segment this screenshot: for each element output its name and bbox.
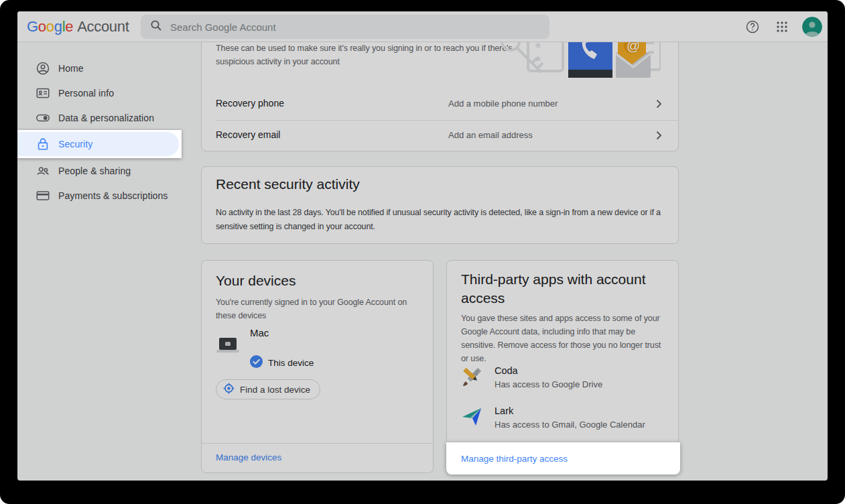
avatar[interactable] — [802, 17, 822, 37]
topbar: Google Account — [17, 11, 828, 42]
recovery-email-label: Recovery email — [216, 129, 280, 140]
recovery-phone-value: Add a mobile phone number — [448, 99, 558, 109]
find-lost-device-button[interactable]: Find a lost device — [216, 379, 320, 399]
find-lost-device-label: Find a lost device — [240, 385, 310, 395]
manage-third-party-access-link[interactable]: Manage third-party access — [461, 454, 568, 464]
search-input[interactable] — [170, 21, 519, 33]
security-lock-icon — [35, 136, 51, 152]
sidebar-item-personal-info[interactable]: Personal info — [17, 80, 201, 105]
this-device-row: This device — [250, 355, 314, 371]
sidebar-item-data-personalization[interactable]: Data & personalization — [17, 105, 201, 130]
recent-security-activity-card: Recent security activity No activity in … — [201, 166, 679, 244]
recovery-phone-label: Recovery phone — [216, 98, 284, 109]
manage-third-party-access-highlight[interactable]: Manage third-party access — [446, 442, 680, 475]
third-party-card-title: Third-party apps with account access — [461, 270, 667, 308]
help-icon[interactable] — [743, 17, 762, 36]
browser-viewport: These can be used to make sure it's real… — [17, 11, 828, 481]
app-access-coda: Has access to Google Drive — [495, 379, 602, 389]
devices-card-description: You're currently signed in to your Googl… — [216, 296, 418, 322]
apps-grid-icon[interactable] — [773, 17, 791, 36]
your-devices-card: Your devices You're currently signed in … — [201, 260, 434, 473]
sidebar-item-home[interactable]: Home — [17, 56, 201, 80]
search-icon — [150, 19, 162, 34]
third-party-card-description: You gave these sites and apps access to … — [461, 312, 666, 365]
app-row-coda: Coda Has access to Google Drive — [461, 365, 602, 389]
sidebar-item-payments-subscriptions[interactable]: Payments & subscriptions — [17, 183, 201, 208]
security-selected-pill: Security — [17, 132, 179, 156]
sidebar-item-people-sharing[interactable]: People & sharing — [17, 158, 201, 183]
recovery-email-row[interactable]: Recovery email Add an email address — [202, 120, 679, 152]
third-party-apps-card: Third-party apps with account access You… — [446, 260, 679, 473]
devices-card-title: Your devices — [216, 271, 296, 290]
device-name: Mac — [250, 327, 269, 338]
app-access-lark: Has access to Gmail, Google Calendar — [495, 420, 645, 430]
payments-icon — [35, 188, 51, 204]
home-icon — [35, 60, 51, 76]
card-footer-divider — [202, 443, 433, 444]
google-logo-text: Google — [27, 18, 73, 36]
recovery-email-value: Add an email address — [448, 130, 533, 140]
this-device-label: This device — [268, 358, 314, 368]
laptop-icon — [216, 336, 239, 358]
svg-text:*: * — [535, 54, 541, 68]
data-personalization-icon — [35, 110, 51, 126]
svg-text:*: * — [535, 40, 541, 55]
coda-app-icon — [461, 365, 484, 388]
app-name-coda: Coda — [495, 365, 602, 376]
account-search-bar[interactable] — [141, 15, 549, 39]
sidebar-item-security[interactable]: Security — [17, 130, 182, 158]
manage-devices-link[interactable]: Manage devices — [216, 452, 281, 462]
check-circle-icon — [250, 355, 263, 371]
chevron-right-icon — [653, 98, 665, 113]
personal-info-icon — [35, 85, 51, 101]
app-row-lark: Lark Has access to Gmail, Google Calenda… — [461, 405, 645, 430]
find-device-target-icon — [223, 383, 235, 396]
recovery-phone-row[interactable]: Recovery phone Add a mobile phone number — [202, 88, 679, 120]
chevron-right-icon — [653, 129, 665, 144]
people-sharing-icon — [35, 163, 51, 179]
account-logo-text: Account — [77, 18, 129, 36]
sidebar-nav: Home Personal info — [17, 42, 201, 208]
app-name-lark: Lark — [495, 405, 645, 416]
screenshot-frame: These can be used to make sure it's real… — [0, 0, 845, 504]
lark-app-icon — [461, 405, 484, 428]
google-account-logo[interactable]: Google Account — [27, 11, 129, 42]
signin-card-description: These can be used to make sure it's real… — [216, 42, 514, 68]
activity-card-title: Recent security activity — [216, 175, 360, 194]
activity-card-body: No activity in the last 28 days. You'll … — [216, 206, 666, 234]
